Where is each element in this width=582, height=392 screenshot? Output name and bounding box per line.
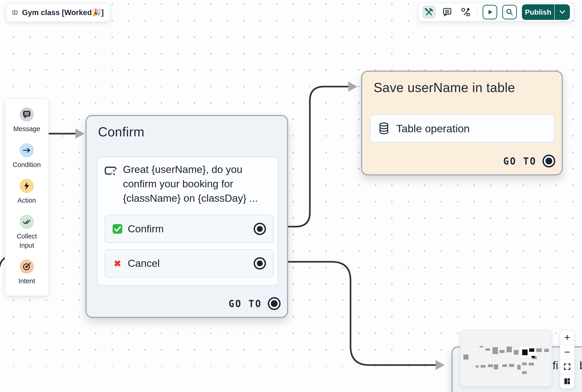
port-goto-output[interactable] — [268, 297, 280, 310]
publish-split-button: Publish — [522, 4, 570, 20]
database-icon — [378, 122, 389, 134]
goto-row: GO TO — [229, 297, 280, 310]
minimap-toggle-button[interactable] — [560, 374, 574, 388]
cross-emoji-icon — [112, 258, 123, 269]
check-emoji-icon — [112, 224, 123, 234]
choice-label: Cancel — [128, 258, 248, 269]
toolbar: Publish — [418, 3, 574, 22]
save-username-node[interactable]: Save userName in table Table operation G… — [361, 70, 563, 176]
arrowhead-into-save — [348, 82, 358, 92]
publish-options-button[interactable] — [555, 4, 570, 20]
node-title-fragment: b — [580, 359, 582, 372]
search-button[interactable] — [502, 5, 517, 20]
fit-view-button[interactable] — [560, 359, 574, 374]
message-bubble-icon — [22, 110, 31, 119]
table-operation-label: Table operation — [396, 122, 470, 135]
message-card[interactable]: Great {userName}, do you confirm your bo… — [97, 156, 278, 286]
split-test-icon — [461, 7, 470, 17]
choice-cancel[interactable]: Cancel — [105, 249, 274, 278]
search-icon — [506, 8, 514, 16]
toolbar-divider — [477, 7, 478, 17]
port-goto-output[interactable] — [542, 155, 555, 168]
confirm-node[interactable]: Confirm Great {userName}, do you confirm… — [86, 115, 288, 318]
table-operation-card[interactable]: Table operation — [370, 114, 555, 142]
lightning-icon — [24, 182, 30, 190]
choice-label: Confirm — [128, 223, 248, 235]
zoom-out-button[interactable]: − — [560, 344, 574, 359]
buttons-block-icon — [104, 166, 118, 176]
goto-row: GO TO — [504, 155, 555, 168]
minimap-toggle-icon — [564, 378, 570, 385]
panel-collapse-icon[interactable] — [12, 8, 17, 17]
node-title-fragment: fi — [552, 359, 558, 372]
preview-play-button[interactable] — [482, 5, 497, 20]
choice-confirm[interactable]: Confirm — [105, 215, 274, 243]
palette-item-collect-input[interactable]: Collect Input — [10, 215, 44, 250]
build-mode-button[interactable] — [422, 6, 436, 19]
palette-item-intent[interactable]: Intent — [18, 260, 35, 286]
comments-button[interactable] — [440, 6, 454, 19]
message-text: Great {userName}, do you confirm your bo… — [123, 162, 258, 205]
double-check-icon — [22, 219, 31, 224]
connector-cancel-to-partial[interactable] — [288, 262, 436, 365]
palette-item-condition[interactable]: Condition — [13, 143, 41, 169]
goto-label: GO TO — [504, 156, 536, 166]
port-confirm-output[interactable] — [254, 223, 266, 235]
connector-confirm-to-save[interactable] — [288, 86, 348, 226]
crossed-tools-icon — [424, 8, 434, 17]
zoom-controls: + − — [560, 330, 575, 389]
port-cancel-output[interactable] — [254, 257, 266, 270]
play-icon — [486, 8, 494, 16]
node-title: Confirm — [98, 124, 144, 139]
zoom-in-button[interactable]: + — [560, 330, 574, 344]
palette-item-action[interactable]: Collect Input Action — [18, 179, 36, 205]
minimap[interactable] — [460, 330, 552, 387]
publish-button[interactable]: Publish — [522, 4, 554, 20]
flow-title-bar[interactable]: Gym class [Worked🎉] — [6, 3, 110, 22]
flow-title: Gym class [Worked🎉] — [22, 8, 104, 17]
node-title: Save userName in table — [374, 80, 515, 95]
comment-icon — [442, 7, 452, 17]
ab-split-button[interactable] — [459, 6, 472, 19]
goto-label: GO TO — [229, 298, 262, 309]
minimap-nodes — [460, 330, 552, 386]
target-icon — [22, 262, 31, 271]
fit-view-icon — [564, 363, 570, 370]
arrowhead-into-confirm — [76, 128, 84, 139]
chevron-down-icon — [559, 10, 566, 14]
arrow-right-icon — [23, 148, 30, 153]
block-palette: Message Condition Collect Input Action C… — [5, 98, 49, 296]
arrowhead-into-partial — [436, 360, 445, 370]
palette-item-message[interactable]: Message — [13, 107, 40, 134]
